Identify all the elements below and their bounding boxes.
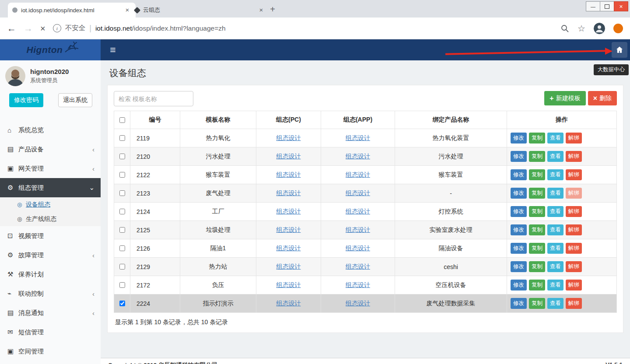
new-template-button[interactable]: +新建模板 — [544, 91, 585, 105]
select-all-checkbox[interactable] — [119, 117, 125, 123]
pc-design-link[interactable]: 组态设计 — [276, 153, 301, 160]
row-checkbox[interactable] — [119, 282, 125, 288]
row-checkbox[interactable] — [119, 264, 125, 270]
sidebar-item-11[interactable]: ✉ 短信管理 — [0, 322, 101, 342]
url-bar[interactable]: i 不安全 | iot.idosp.net/idosp/index.html?l… — [53, 24, 553, 33]
browser-update-icon[interactable] — [613, 24, 623, 33]
bookmark-star-icon[interactable]: ☆ — [578, 23, 585, 34]
new-tab-button[interactable]: + — [267, 4, 278, 15]
copy-button[interactable]: 复制 — [529, 298, 545, 309]
row-checkbox[interactable] — [119, 154, 125, 159]
app-design-link[interactable]: 组态设计 — [346, 245, 370, 252]
logout-button[interactable]: 退出系统 — [58, 93, 92, 107]
copy-button[interactable]: 复制 — [529, 169, 545, 180]
modify-button[interactable]: 修改 — [511, 261, 527, 272]
unbind-button[interactable]: 解绑 — [566, 280, 582, 290]
row-checkbox[interactable] — [119, 301, 125, 306]
view-button[interactable]: 查看 — [547, 224, 564, 235]
change-password-button[interactable]: 修改密码 — [9, 93, 43, 107]
copy-button[interactable]: 复制 — [529, 280, 545, 290]
unbind-button[interactable]: 解绑 — [566, 169, 582, 180]
pc-design-link[interactable]: 组态设计 — [276, 245, 301, 252]
forward-icon[interactable]: → — [24, 24, 33, 33]
app-design-link[interactable]: 组态设计 — [346, 300, 370, 307]
unbind-button[interactable]: 解绑 — [566, 224, 582, 235]
modify-button[interactable]: 修改 — [511, 206, 527, 217]
pc-design-link[interactable]: 组态设计 — [276, 263, 301, 270]
browser-tab-inactive[interactable]: 云组态 × — [130, 3, 270, 18]
unbind-button[interactable]: 解绑 — [566, 298, 582, 309]
copy-button[interactable]: 复制 — [529, 224, 545, 235]
unbind-button[interactable]: 解绑 — [566, 243, 582, 254]
sidebar-item-8[interactable]: ⚒ 保养计划 — [0, 265, 101, 284]
copy-button[interactable]: 复制 — [529, 261, 545, 272]
unbind-button[interactable]: 解绑 — [566, 261, 582, 272]
row-checkbox[interactable] — [119, 227, 125, 233]
view-button[interactable]: 查看 — [547, 261, 564, 272]
pc-design-link[interactable]: 组态设计 — [276, 208, 301, 215]
browser-profile-avatar[interactable] — [594, 23, 605, 34]
close-button[interactable]: × — [614, 1, 628, 11]
pc-design-link[interactable]: 组态设计 — [276, 300, 301, 307]
sidebar-item-4[interactable]: ◎ 设备组态 — [0, 197, 101, 212]
pc-design-link[interactable]: 组态设计 — [276, 189, 301, 196]
unbind-button[interactable]: 解绑 — [566, 206, 582, 217]
row-checkbox[interactable] — [119, 172, 125, 178]
browser-tab-active[interactable]: iot.idosp.net/idosp/index.html × — [8, 3, 136, 18]
sidebar-item-10[interactable]: ▤ 消息通知 ‹ — [0, 303, 101, 322]
zoom-icon[interactable] — [560, 24, 569, 33]
unbind-button[interactable]: 解绑 — [566, 133, 582, 144]
view-button[interactable]: 查看 — [547, 243, 564, 254]
view-button[interactable]: 查看 — [547, 280, 564, 290]
sidebar-item-12[interactable]: ▣ 空间管理 — [0, 342, 101, 361]
logo[interactable]: Hignton — [0, 39, 101, 60]
row-checkbox[interactable] — [119, 209, 125, 214]
pc-design-link[interactable]: 组态设计 — [276, 226, 301, 233]
row-checkbox[interactable] — [119, 190, 125, 196]
view-button[interactable]: 查看 — [547, 206, 564, 217]
search-input[interactable] — [114, 91, 193, 106]
minimize-button[interactable]: — — [586, 1, 600, 11]
info-icon[interactable]: i — [53, 24, 61, 32]
sidebar-item-1[interactable]: ▤ 产品设备 ‹ — [0, 140, 101, 159]
copy-button[interactable]: 复制 — [529, 133, 545, 144]
modify-button[interactable]: 修改 — [511, 224, 527, 235]
back-icon[interactable]: ← — [7, 24, 16, 33]
view-button[interactable]: 查看 — [547, 298, 564, 309]
sidebar-item-5[interactable]: ◎ 生产线组态 — [0, 212, 101, 226]
row-checkbox[interactable] — [119, 245, 125, 251]
modify-button[interactable]: 修改 — [511, 243, 527, 254]
tab-close-icon[interactable]: × — [257, 6, 265, 14]
unbind-button[interactable]: 解绑 — [566, 151, 582, 162]
modify-button[interactable]: 修改 — [511, 280, 527, 290]
pc-design-link[interactable]: 组态设计 — [276, 134, 301, 141]
view-button[interactable]: 查看 — [547, 133, 564, 144]
app-design-link[interactable]: 组态设计 — [346, 153, 370, 160]
app-design-link[interactable]: 组态设计 — [346, 134, 370, 141]
copy-button[interactable]: 复制 — [529, 243, 545, 254]
delete-button[interactable]: ×删除 — [588, 91, 617, 105]
copy-button[interactable]: 复制 — [529, 188, 545, 199]
app-design-link[interactable]: 组态设计 — [346, 189, 370, 196]
app-design-link[interactable]: 组态设计 — [346, 263, 370, 270]
modify-button[interactable]: 修改 — [511, 169, 527, 180]
sidebar-item-6[interactable]: ⊡ 视频管理 — [0, 226, 101, 245]
maximize-button[interactable] — [600, 1, 614, 11]
app-design-link[interactable]: 组态设计 — [346, 171, 370, 178]
copy-button[interactable]: 复制 — [529, 206, 545, 217]
app-design-link[interactable]: 组态设计 — [346, 281, 370, 288]
sidebar-item-2[interactable]: ▣ 网关管理 ‹ — [0, 159, 101, 178]
view-button[interactable]: 查看 — [547, 188, 564, 199]
pc-design-link[interactable]: 组态设计 — [276, 171, 301, 178]
unbind-button[interactable]: 解绑 — [566, 188, 582, 199]
sidebar-item-0[interactable]: ⌂ 系统总览 — [0, 120, 101, 140]
modify-button[interactable]: 修改 — [511, 133, 527, 144]
app-design-link[interactable]: 组态设计 — [346, 226, 370, 233]
home-button[interactable] — [612, 42, 627, 58]
copy-button[interactable]: 复制 — [529, 151, 545, 162]
modify-button[interactable]: 修改 — [511, 188, 527, 199]
stop-loading-icon[interactable]: × — [40, 24, 46, 33]
view-button[interactable]: 查看 — [547, 151, 564, 162]
sidebar-item-7[interactable]: ⚙ 故障管理 ‹ — [0, 245, 101, 265]
view-button[interactable]: 查看 — [547, 169, 564, 180]
